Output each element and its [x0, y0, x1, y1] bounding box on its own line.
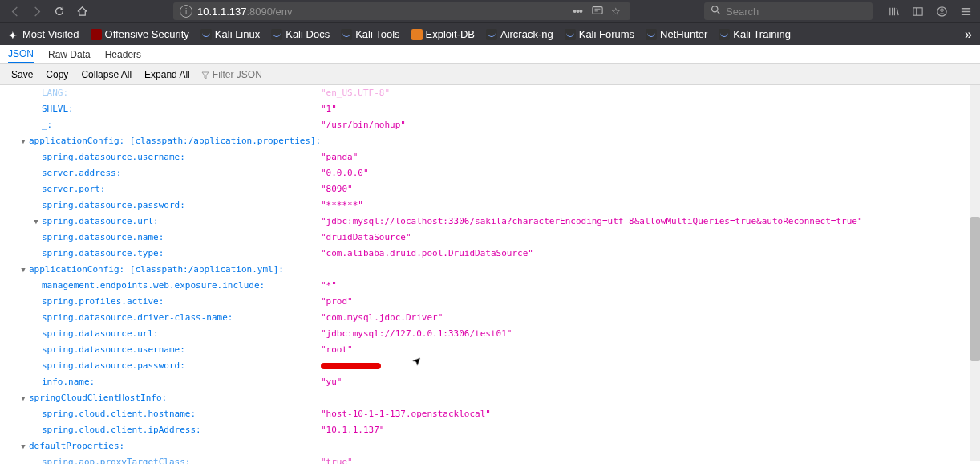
back-button[interactable] — [3, 0, 26, 22]
json-key: spring.datasource.username: — [42, 152, 185, 162]
svg-rect-0 — [593, 6, 602, 14]
json-row[interactable]: spring.datasource.type:"com.alibaba.drui… — [0, 246, 980, 262]
json-value: "******" — [321, 197, 363, 214]
json-value: "10.1.1.137" — [321, 422, 384, 438]
json-row[interactable]: spring.datasource.url:"jdbc:mysql://127.… — [0, 326, 980, 342]
bookmark-label: Aircrack-ng — [500, 28, 553, 40]
toggle-icon[interactable]: ▼ — [19, 133, 27, 149]
svg-point-1 — [712, 6, 718, 12]
json-key: spring.datasource.password: — [42, 360, 185, 371]
bookmarks-bar: ✦Most Visited Offensive Security Kali Li… — [0, 22, 980, 45]
bookmark-most-visited[interactable]: ✦Most Visited — [8, 28, 79, 40]
viewer-tabs: JSON Raw Data Headers — [0, 45, 980, 64]
json-key: _: — [42, 120, 52, 130]
json-row[interactable]: ▼defaultProperties: — [0, 438, 980, 454]
home-button[interactable] — [71, 0, 93, 22]
json-row[interactable]: spring.datasource.name:"druidDataSource" — [0, 230, 980, 246]
json-row[interactable]: _:"/usr/bin/nohup" — [0, 117, 980, 133]
json-row[interactable]: spring.cloud.client.hostname:"host-10-1-… — [0, 406, 980, 422]
json-row[interactable]: ▼spring.datasource.url:"jdbc:mysql://loc… — [0, 214, 980, 230]
bookmark-label: Kali Tools — [355, 28, 399, 40]
json-row[interactable]: ▼springCloudClientHostInfo: — [0, 390, 980, 406]
json-viewer[interactable]: LANG:"en_US.UTF-8"SHLVL:"1"_:"/usr/bin/n… — [0, 85, 980, 464]
expand-all-button[interactable]: Expand All — [140, 67, 195, 82]
reload-button[interactable] — [48, 0, 71, 22]
json-key: spring.cloud.client.ipAddress: — [42, 425, 201, 435]
bookmark-aircrack-ng[interactable]: Aircrack-ng — [486, 28, 553, 40]
json-value: "yu" — [321, 374, 342, 390]
search-box[interactable]: Search — [704, 2, 873, 20]
scrollbar-track[interactable] — [970, 85, 980, 461]
profile-icon[interactable] — [930, 0, 953, 22]
sidebar-icon[interactable] — [906, 0, 929, 22]
bookmark-kali-linux[interactable]: Kali Linux — [200, 28, 260, 40]
toggle-icon[interactable]: ▼ — [19, 390, 27, 406]
toggle-icon[interactable]: ▼ — [19, 438, 27, 454]
json-row[interactable]: spring.datasource.username:"root" — [0, 342, 980, 358]
json-value: "8090" — [321, 181, 353, 197]
library-icon[interactable] — [882, 0, 905, 22]
json-key: spring.datasource.password: — [42, 200, 185, 210]
tab-raw-data[interactable]: Raw Data — [48, 45, 91, 63]
bookmark-nethunter[interactable]: NetHunter — [646, 28, 707, 40]
filter-input[interactable] — [213, 69, 293, 80]
url-bar[interactable]: i 10.1.1.137:8090/env ••• ☆ — [173, 2, 630, 20]
forward-button[interactable] — [26, 0, 48, 22]
json-row[interactable]: spring.datasource.driver-class-name:"com… — [0, 310, 980, 326]
page-actions-icon[interactable]: ••• — [568, 5, 587, 18]
toggle-icon[interactable]: ▼ — [32, 214, 40, 230]
bookmark-label: Kali Docs — [285, 28, 330, 40]
json-key: springCloudClientHostInfo: — [29, 393, 167, 403]
json-key: spring.datasource.type: — [42, 248, 164, 258]
favicon-icon — [271, 29, 282, 40]
info-icon[interactable]: i — [180, 5, 192, 18]
json-row[interactable]: info.name:"yu" — [0, 374, 980, 390]
hamburger-menu-icon[interactable] — [954, 0, 977, 22]
bookmark-offensive-security[interactable]: Offensive Security — [91, 28, 189, 40]
json-key: info.name: — [42, 376, 95, 387]
toggle-icon[interactable]: ▼ — [19, 262, 27, 278]
json-value: "com.alibaba.druid.pool.DruidDataSource" — [321, 246, 533, 262]
json-row[interactable]: SHLVL:"1" — [0, 101, 980, 117]
bookmark-kali-docs[interactable]: Kali Docs — [271, 28, 330, 40]
json-row[interactable]: spring.cloud.client.ipAddress:"10.1.1.13… — [0, 422, 980, 438]
collapse-all-button[interactable]: Collapse All — [76, 67, 136, 82]
bookmark-kali-tools[interactable]: Kali Tools — [341, 28, 399, 40]
json-row[interactable]: management.endpoints.web.exposure.includ… — [0, 278, 980, 294]
json-row[interactable]: server.port:"8090" — [0, 181, 980, 197]
json-row[interactable]: ▼applicationConfig: [classpath:/applicat… — [0, 133, 980, 149]
bookmark-label: Exploit-DB — [426, 28, 475, 40]
json-row[interactable]: server.address:"0.0.0.0" — [0, 165, 980, 181]
scrollbar-thumb[interactable] — [970, 217, 980, 361]
json-value: "com.mysql.jdbc.Driver" — [321, 310, 443, 326]
json-row[interactable]: spring.profiles.active:"prod" — [0, 294, 980, 310]
save-button[interactable]: Save — [6, 67, 38, 82]
json-value: "/usr/bin/nohup" — [321, 117, 406, 133]
favicon-icon — [646, 29, 657, 40]
bookmark-label: Offensive Security — [105, 28, 189, 40]
json-row[interactable]: ▼applicationConfig: [classpath:/applicat… — [0, 262, 980, 278]
copy-button[interactable]: Copy — [41, 67, 73, 82]
bookmark-exploit-db[interactable]: Exploit-DB — [411, 28, 475, 40]
json-row[interactable]: LANG:"en_US.UTF-8" — [0, 85, 980, 101]
redacted-value — [321, 363, 381, 369]
tracking-protection-icon[interactable] — [592, 5, 603, 18]
json-row[interactable]: spring.datasource.username:"panda" — [0, 149, 980, 165]
tab-json[interactable]: JSON — [8, 45, 34, 63]
json-row[interactable]: spring.datasource.password:"******" — [0, 197, 980, 214]
favicon-icon — [719, 29, 730, 40]
bookmarks-overflow-icon[interactable]: » — [965, 27, 972, 42]
json-key: applicationConfig: [classpath:/applicati… — [29, 136, 321, 146]
json-key: spring.aop.proxyTargetClass: — [42, 457, 190, 464]
bookmark-star-icon[interactable]: ☆ — [608, 6, 624, 18]
json-row[interactable]: spring.datasource.password: — [0, 358, 980, 374]
json-value: "host-10-1-1-137.openstacklocal" — [321, 406, 491, 422]
json-value: "root" — [321, 342, 353, 358]
bookmark-label: NetHunter — [660, 28, 707, 40]
json-key: SHLVL: — [42, 104, 74, 114]
json-key: spring.profiles.active: — [42, 296, 164, 307]
tab-headers[interactable]: Headers — [105, 45, 141, 63]
bookmark-kali-training[interactable]: Kali Training — [719, 28, 791, 40]
bookmark-kali-forums[interactable]: Kali Forums — [565, 28, 634, 40]
json-row[interactable]: spring.aop.proxyTargetClass:"true" — [0, 454, 980, 464]
